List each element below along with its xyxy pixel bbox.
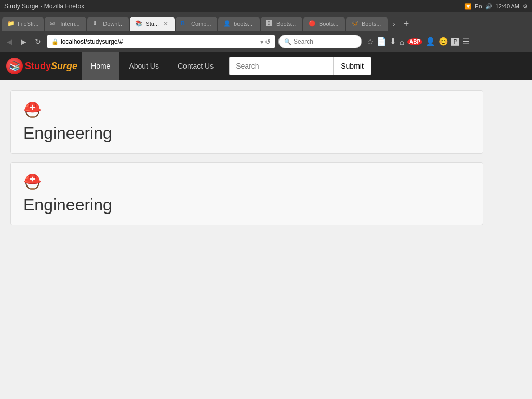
browser-search-input[interactable] (294, 38, 356, 45)
browser-window: Study Surge - Mozilla Firefox 🔽 En 🔊 12:… (0, 0, 532, 353)
address-input-container: 🔒 ▾ ↺ (47, 35, 275, 48)
toolbar-icons: ☆ 📄 ⬇ ⌂ ABP 👤 😊 🅿 ☰ (367, 37, 469, 46)
browser-search-box[interactable]: 🔍 (278, 35, 362, 48)
window-minimize[interactable]: 🔽 (464, 3, 472, 10)
tab-comp[interactable]: B Comp... (176, 17, 217, 31)
brand-emoji: 📚 (9, 60, 20, 72)
tab-intern[interactable]: ✉ Intern... (45, 17, 86, 31)
tab-favicon: B (181, 20, 188, 28)
title-bar-controls: 🔽 En 🔊 12:40 AM ⚙ (464, 3, 528, 10)
brand-surge: Surge (51, 61, 77, 71)
tab-boots1[interactable]: 👤 boots... (218, 17, 260, 31)
tab-favicon: 🔴 (309, 20, 316, 28)
tab-label: Downl... (103, 21, 124, 27)
tab-close-icon[interactable]: ✕ (162, 20, 169, 28)
nav-about[interactable]: About Us (119, 52, 168, 80)
forward-button[interactable]: ▶ (18, 36, 29, 47)
nav-search-input[interactable] (229, 57, 333, 75)
card-2-title: Engineering (23, 195, 470, 215)
back-button[interactable]: ◀ (4, 36, 15, 47)
brand-study: Study (25, 61, 51, 71)
tab-label: Boots... (362, 21, 381, 27)
tab-label: Boots... (319, 21, 338, 27)
tab-label: Comp... (191, 21, 211, 27)
menu-icon[interactable]: ☰ (462, 37, 469, 46)
search-icon: 🔍 (284, 38, 291, 45)
tab-favicon: 🦋 (351, 20, 358, 28)
tab-label: Boots... (276, 21, 296, 27)
page-content: 📚 StudySurge Home About Us Contact Us Su… (0, 52, 532, 353)
reader-view-icon[interactable]: 📄 (377, 37, 387, 46)
brand-icon: 📚 (6, 58, 23, 74)
time-display: 12:40 AM (496, 3, 520, 9)
card-2-icon: ⛑️ (23, 173, 470, 190)
title-bar: Study Surge - Mozilla Firefox 🔽 En 🔊 12:… (0, 0, 532, 12)
main-content: ⛑️ Engineering ⛑️ Engineering (0, 80, 532, 244)
tab-label: Stu... (145, 21, 159, 27)
volume-icon: 🔊 (485, 3, 493, 10)
profile-icon[interactable]: 👤 (425, 37, 435, 46)
tab-label: FileStr... (18, 21, 38, 27)
address-input[interactable] (61, 38, 257, 45)
card-2: ⛑️ Engineering (10, 162, 483, 225)
home-icon[interactable]: ⌂ (400, 37, 404, 46)
brand-logo[interactable]: 📚 StudySurge (6, 58, 77, 74)
tab-favicon: 📁 (7, 20, 15, 28)
brand-text: StudySurge (25, 61, 77, 72)
tab-label: Intern... (60, 21, 79, 27)
address-bar: ◀ ▶ ↻ 🔒 ▾ ↺ 🔍 ☆ 📄 ⬇ ⌂ ABP 👤 😊 🅿 ☰ (0, 31, 532, 52)
tab-filestr[interactable]: 📁 FileStr... (2, 17, 44, 31)
card-1-icon: ⛑️ (23, 101, 470, 118)
site-navbar: 📚 StudySurge Home About Us Contact Us Su… (0, 52, 532, 80)
lock-icon: 🔒 (51, 38, 59, 45)
card-1-title: Engineering (23, 124, 470, 143)
nav-contact[interactable]: Contact Us (168, 52, 223, 80)
window-title: Study Surge - Mozilla Firefox (4, 3, 84, 10)
pocket-icon[interactable]: 🅿 (451, 37, 459, 46)
card-1: ⛑️ Engineering (10, 90, 483, 154)
tab-boots4[interactable]: 🦋 Boots... (346, 17, 388, 31)
tab-stu[interactable]: 📚 Stu... ✕ (130, 17, 175, 31)
new-tab-button[interactable]: + (400, 17, 414, 31)
tab-downl[interactable]: ⬇ Downl... (87, 17, 129, 31)
settings-icon[interactable]: ⚙ (523, 3, 528, 10)
nav-home[interactable]: Home (82, 52, 119, 80)
tab-favicon: ⬇ (92, 20, 100, 28)
title-bar-left: Study Surge - Mozilla Firefox (4, 3, 84, 10)
kbd-indicator: En (475, 3, 482, 9)
dropdown-icon[interactable]: ▾ (260, 38, 264, 46)
tab-favicon: 🅱 (266, 20, 273, 28)
tab-label: boots... (234, 21, 252, 27)
refresh-button[interactable]: ↻ (32, 36, 44, 47)
tabs-overflow-button[interactable]: › (389, 17, 400, 31)
tabs-bar: 📁 FileStr... ✉ Intern... ⬇ Downl... 📚 St… (0, 12, 532, 31)
abp-icon[interactable]: ABP (407, 38, 422, 45)
nav-links: Home About Us Contact Us (82, 52, 223, 80)
tab-boots2[interactable]: 🅱 Boots... (261, 17, 302, 31)
nav-search-form: Submit (229, 57, 371, 75)
tab-boots3[interactable]: 🔴 Boots... (303, 17, 345, 31)
nav-submit-button[interactable]: Submit (333, 57, 371, 75)
reload-icon[interactable]: ↺ (265, 38, 271, 46)
download-icon[interactable]: ⬇ (390, 37, 396, 46)
tab-favicon: 👤 (223, 20, 231, 28)
tab-favicon: 📚 (135, 20, 142, 28)
emoji-icon[interactable]: 😊 (438, 37, 448, 46)
tab-favicon: ✉ (50, 20, 57, 28)
bookmark-star-icon[interactable]: ☆ (367, 37, 374, 46)
